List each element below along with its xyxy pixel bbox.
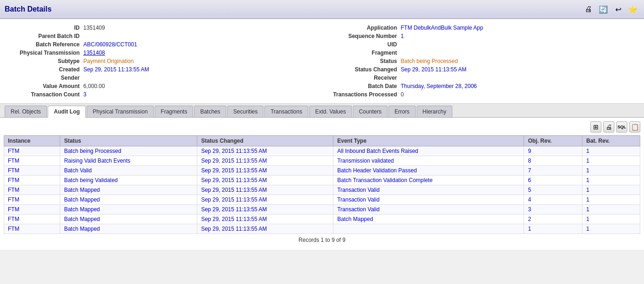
cell-4-1: Batch Mapped bbox=[60, 185, 197, 195]
cell-1-0[interactable]: FTM bbox=[4, 156, 60, 166]
detail-application: Application FTM DebulkAndBulk Sample App bbox=[327, 24, 635, 32]
cell-8-1: Batch Mapped bbox=[60, 224, 197, 234]
cell-5-1: Batch Mapped bbox=[60, 195, 197, 205]
detail-status-changed: Status Changed Sep 29, 2015 11:13:55 AM bbox=[327, 65, 635, 74]
status-value: Batch being Processed bbox=[401, 58, 458, 64]
cell-5-2: Sep 29, 2015 11:13:55 AM bbox=[197, 195, 333, 205]
detail-batch-date: Batch Date Thursday, September 28, 2006 bbox=[327, 82, 635, 90]
cell-6-2: Sep 29, 2015 11:13:55 AM bbox=[197, 205, 333, 215]
print-table-button[interactable]: 🖨 bbox=[603, 121, 614, 133]
status-changed-value: Sep 29, 2015 11:13:55 AM bbox=[401, 66, 467, 73]
id-value: 1351409 bbox=[83, 25, 105, 31]
cell-8-2: Sep 29, 2015 11:13:55 AM bbox=[197, 224, 333, 234]
tab-audit-log[interactable]: Audit Log bbox=[48, 106, 86, 118]
cell-7-0[interactable]: FTM bbox=[4, 215, 60, 224]
cell-8-0[interactable]: FTM bbox=[4, 224, 60, 234]
cell-3-3: Batch Transaction Validation Complete bbox=[333, 176, 524, 185]
tab-counters[interactable]: Counters bbox=[353, 106, 388, 117]
cell-0-4: 9 bbox=[524, 146, 582, 156]
col-instance: Instance bbox=[4, 136, 60, 146]
detail-uid: UID bbox=[327, 40, 635, 49]
tab-hierarchy[interactable]: Hierarchy bbox=[417, 106, 452, 117]
cell-7-5: 1 bbox=[582, 215, 640, 224]
cell-1-4: 8 bbox=[524, 156, 582, 166]
batch-date-value: Thursday, September 28, 2006 bbox=[401, 83, 477, 89]
table-row: FTMBatch ValidSep 29, 2015 11:13:55 AMBa… bbox=[4, 166, 640, 176]
tabs-container: Rel. ObjectsAudit LogPhysical Transmissi… bbox=[0, 104, 644, 118]
page-title: Batch Details bbox=[5, 5, 51, 13]
cell-3-0[interactable]: FTM bbox=[4, 176, 60, 185]
table-toolbar: ⊞ 🖨 SQL 📋 bbox=[4, 121, 640, 133]
export-button[interactable]: 📋 bbox=[629, 121, 640, 133]
cell-7-4: 2 bbox=[524, 215, 582, 224]
cell-2-3: Batch Header Validation Passed bbox=[333, 166, 524, 176]
cell-1-5: 1 bbox=[582, 156, 640, 166]
pagination: Records 1 to 9 of 9 bbox=[4, 234, 640, 246]
cell-0-0[interactable]: FTM bbox=[4, 146, 60, 156]
col-status-changed: Status Changed bbox=[197, 136, 333, 146]
print-button[interactable]: 🖨 bbox=[582, 3, 595, 16]
cell-3-2: Sep 29, 2015 11:13:55 AM bbox=[197, 176, 333, 185]
sql-button[interactable]: SQL bbox=[616, 121, 627, 133]
tab-fragments[interactable]: Fragments bbox=[155, 106, 193, 117]
cell-6-3: Transaction Valid bbox=[333, 205, 524, 215]
cell-2-1: Batch Valid bbox=[60, 166, 197, 176]
back-button[interactable]: ↩ bbox=[612, 3, 625, 16]
detail-sequence-number: Sequence Number 1 bbox=[327, 32, 635, 40]
tab-rel.-objects[interactable]: Rel. Objects bbox=[5, 106, 47, 117]
cell-1-3: Transmission validated bbox=[333, 156, 524, 166]
cell-2-0[interactable]: FTM bbox=[4, 166, 60, 176]
cell-5-3: Transaction Valid bbox=[333, 195, 524, 205]
cell-6-4: 3 bbox=[524, 205, 582, 215]
refresh-button[interactable]: 🔄 bbox=[597, 3, 610, 16]
grid-view-button[interactable]: ⊞ bbox=[590, 121, 601, 133]
table-row: FTMBatch MappedSep 29, 2015 11:13:55 AMT… bbox=[4, 185, 640, 195]
table-row: FTMBatch MappedSep 29, 2015 11:13:55 AM1… bbox=[4, 224, 640, 234]
cell-4-2: Sep 29, 2015 11:13:55 AM bbox=[197, 185, 333, 195]
cell-7-1: Batch Mapped bbox=[60, 215, 197, 224]
tab-transactions[interactable]: Transactions bbox=[264, 106, 308, 117]
content-area: ⊞ 🖨 SQL 📋 InstanceStatusStatus ChangedEv… bbox=[0, 118, 644, 250]
cell-1-1: Raising Valid Batch Events bbox=[60, 156, 197, 166]
transactions-processed-value: 0 bbox=[401, 91, 404, 98]
detail-fragment: Fragment bbox=[327, 49, 635, 57]
created-value: Sep 29, 2015 11:13:55 AM bbox=[83, 66, 149, 73]
cell-2-4: 7 bbox=[524, 166, 582, 176]
detail-value-amount: Value Amount 6,000.00 bbox=[9, 82, 318, 90]
tab-extd.-values[interactable]: Extd. Values bbox=[309, 106, 352, 117]
detail-batch-reference: Batch Reference ABC/060928/CCT001 bbox=[9, 40, 318, 49]
cell-4-4: 5 bbox=[524, 185, 582, 195]
table-row: FTMBatch being ProcessedSep 29, 2015 11:… bbox=[4, 146, 640, 156]
detail-status: Status Batch being Processed bbox=[327, 57, 635, 65]
value-amount-value: 6,000.00 bbox=[83, 83, 105, 89]
detail-transaction-count: Transaction Count 3 bbox=[9, 90, 318, 99]
details-right: Application FTM DebulkAndBulk Sample App… bbox=[327, 24, 635, 99]
details-left: ID 1351409 Parent Batch ID Batch Referen… bbox=[9, 24, 318, 99]
physical-transmission-link[interactable]: 1351408 bbox=[83, 50, 105, 56]
sequence-number-value: 1 bbox=[401, 33, 404, 39]
cell-4-0[interactable]: FTM bbox=[4, 185, 60, 195]
cell-5-5: 1 bbox=[582, 195, 640, 205]
col-event-type: Event Type bbox=[333, 136, 524, 146]
tab-physical-transmission[interactable]: Physical Transmission bbox=[87, 106, 154, 117]
batch-reference-value: ABC/060928/CCT001 bbox=[83, 41, 137, 48]
cell-4-5: 1 bbox=[582, 185, 640, 195]
header-icons: 🖨 🔄 ↩ ⭐ bbox=[582, 3, 639, 16]
cell-7-3: Batch Mapped bbox=[333, 215, 524, 224]
application-value: FTM DebulkAndBulk Sample App bbox=[401, 25, 483, 31]
cell-1-2: Sep 29, 2015 11:13:55 AM bbox=[197, 156, 333, 166]
detail-transactions-processed: Transactions Processed 0 bbox=[327, 90, 635, 99]
tab-errors[interactable]: Errors bbox=[388, 106, 416, 117]
col-status: Status bbox=[60, 136, 197, 146]
table-row: FTMBatch being ValidatedSep 29, 2015 11:… bbox=[4, 176, 640, 185]
transaction-count-value: 3 bbox=[83, 91, 87, 98]
cell-3-1: Batch being Validated bbox=[60, 176, 197, 185]
tab-securities[interactable]: Securities bbox=[227, 106, 264, 117]
col-obj.-rev.: Obj. Rev. bbox=[524, 136, 582, 146]
cell-8-4: 1 bbox=[524, 224, 582, 234]
cell-6-0[interactable]: FTM bbox=[4, 205, 60, 215]
cell-5-0[interactable]: FTM bbox=[4, 195, 60, 205]
bookmark-button[interactable]: ⭐ bbox=[626, 3, 639, 16]
tab-batches[interactable]: Batches bbox=[194, 106, 226, 117]
cell-0-2: Sep 29, 2015 11:13:55 AM bbox=[197, 146, 333, 156]
